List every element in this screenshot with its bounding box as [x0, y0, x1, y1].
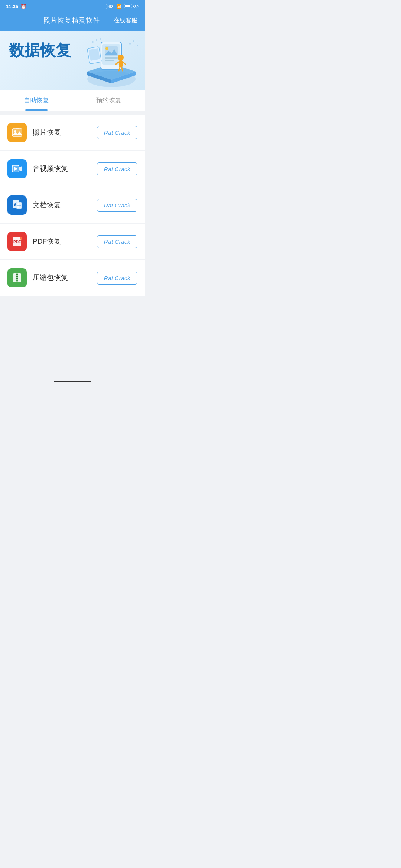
battery-icon	[124, 4, 132, 8]
video-recovery-button[interactable]: Rat Crack	[97, 162, 137, 175]
tab-appointment-recovery[interactable]: 预约恢复	[72, 90, 145, 111]
svg-point-24	[137, 45, 138, 46]
recovery-list: 照片恢复 Rat Crack 音视频恢复 Rat Crack W	[0, 111, 145, 300]
svg-rect-50	[16, 278, 18, 279]
status-left: 11:35 ⏰	[6, 4, 26, 9]
zip-recovery-label: 压缩包恢复	[33, 273, 91, 283]
hd-badge: HD	[106, 4, 114, 9]
tab-self-recovery[interactable]: 自助恢复	[0, 90, 72, 111]
zip-icon	[7, 268, 27, 287]
time-display: 11:35	[6, 4, 18, 9]
doc-recovery-label: 文档恢复	[33, 200, 91, 210]
battery-container	[124, 4, 132, 9]
svg-text:PDF: PDF	[13, 240, 21, 244]
svg-rect-48	[16, 274, 18, 275]
zip-recovery-button[interactable]: Rat Crack	[97, 272, 137, 285]
battery-fill	[125, 5, 130, 7]
pdf-recovery-button[interactable]: Rat Crack	[97, 235, 137, 248]
svg-line-14	[123, 62, 125, 64]
home-indicator	[54, 381, 91, 382]
hero-title: 数据恢复	[9, 42, 136, 59]
list-item-zip: 压缩包恢复 Rat Crack	[0, 260, 145, 296]
doc-recovery-button[interactable]: Rat Crack	[97, 199, 137, 212]
photo-recovery-button[interactable]: Rat Crack	[97, 126, 137, 139]
list-item-video: 音视频恢复 Rat Crack	[0, 151, 145, 187]
battery-percent: 39	[134, 4, 139, 9]
alarm-icon: ⏰	[20, 4, 26, 9]
svg-rect-10	[105, 60, 114, 61]
top-bar: 照片恢复精灵软件 在线客服	[0, 12, 145, 31]
list-item-pdf: PDF PDF恢复 Rat Crack	[0, 224, 145, 259]
tabs-container: 自助恢复 预约恢复	[0, 90, 145, 111]
svg-rect-29	[16, 128, 19, 129]
app-title: 照片恢复精灵软件	[43, 16, 100, 25]
svg-rect-49	[16, 276, 18, 277]
svg-marker-32	[19, 166, 22, 171]
photo-icon	[7, 123, 27, 142]
list-item-photo: 照片恢复 Rat Crack	[0, 115, 145, 150]
online-service-link[interactable]: 在线客服	[114, 17, 137, 24]
signal-icon: 📶	[117, 4, 122, 9]
svg-rect-12	[119, 60, 123, 67]
status-bar: 11:35 ⏰ HD 📶 39	[0, 0, 145, 12]
video-recovery-label: 音视频恢复	[33, 164, 91, 174]
hero-section: 数据恢复	[0, 31, 145, 90]
svg-point-21	[100, 38, 101, 40]
pdf-icon: PDF	[7, 232, 27, 251]
pdf-recovery-label: PDF恢复	[33, 237, 91, 246]
bottom-bar	[0, 374, 145, 389]
content-spacer	[0, 300, 145, 374]
list-item-doc: W 文档恢复 Rat Crack	[0, 187, 145, 223]
photo-recovery-label: 照片恢复	[33, 128, 91, 137]
svg-point-20	[96, 39, 97, 41]
doc-icon: W	[7, 195, 27, 215]
svg-rect-51	[16, 280, 18, 281]
status-right: HD 📶 39	[106, 4, 139, 9]
video-icon	[7, 159, 27, 178]
